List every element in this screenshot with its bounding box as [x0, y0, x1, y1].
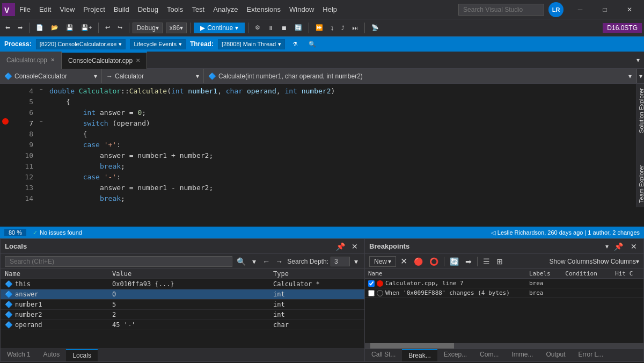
locals-close-button[interactable]: ✕	[349, 242, 360, 251]
zoom-level[interactable]: 80 %	[4, 229, 26, 236]
tab-close-calculator[interactable]: ✕	[50, 57, 55, 63]
immediate-tab[interactable]: Imme...	[505, 349, 539, 361]
bp-new-button[interactable]: New ▾	[369, 256, 396, 267]
bp-go-button[interactable]: ➡	[463, 257, 474, 266]
method-dropdown[interactable]: 🔷 Calculate(int number1, char operand, i…	[204, 69, 636, 83]
save-button[interactable]: 💾	[63, 23, 77, 32]
errorlist-tab[interactable]: Error L...	[572, 349, 610, 361]
table-row[interactable]: 🔷operand 45 '-' char	[1, 320, 364, 330]
filter2-button[interactable]: 🔍	[305, 40, 319, 49]
collapse-7[interactable]: −	[38, 116, 45, 127]
search-prev-button[interactable]: ←	[260, 257, 272, 266]
minimize-button[interactable]: ─	[568, 0, 592, 19]
menu-extensions[interactable]: Extensions	[242, 3, 285, 16]
redo-button[interactable]: ↪	[114, 23, 126, 32]
back-button[interactable]: ⬅	[2, 23, 13, 32]
table-row[interactable]: 🔷answer 0 int	[1, 289, 364, 300]
bp-show-columns[interactable]: Show ColumnsShow Columns▾	[550, 258, 639, 265]
bp-checkbox-2[interactable]	[368, 290, 375, 296]
locals-search-dropdown[interactable]: ▾	[250, 257, 258, 266]
menu-project[interactable]: Project	[79, 3, 109, 16]
tab-close-consolecalculator[interactable]: ✕	[136, 57, 140, 63]
table-row[interactable]: 🔷this 0x010ffa93 {...} Calculator *	[1, 279, 364, 289]
bp-checkbox-1[interactable]	[368, 280, 375, 287]
open-file-button[interactable]: 📂	[48, 23, 62, 32]
menu-analyze[interactable]: Analyze	[209, 3, 242, 16]
menu-view[interactable]: View	[55, 3, 79, 16]
bp-toggle1-button[interactable]: 🔴	[412, 257, 425, 266]
menu-window[interactable]: Window	[285, 3, 318, 16]
collapse-4[interactable]: −	[38, 84, 45, 95]
search-next-button[interactable]: →	[273, 257, 285, 266]
debug-config-dropdown[interactable]: Debug ▾	[133, 23, 162, 33]
close-button[interactable]: ✕	[617, 0, 642, 19]
menu-test[interactable]: Test	[187, 3, 209, 16]
lifecycle-dropdown[interactable]: Lifecycle Events▾	[130, 39, 185, 49]
status-bar: 80 % ✓ No issues found ◁ Leslie Richards…	[0, 227, 644, 238]
autos-tab[interactable]: Autos	[37, 349, 67, 361]
bp-close-button[interactable]: ✕	[628, 242, 639, 251]
menu-build[interactable]: Build	[109, 3, 134, 16]
platform-dropdown[interactable]: x86 ▾	[166, 23, 187, 33]
menu-help[interactable]: Help	[318, 3, 341, 16]
menu-debug[interactable]: Debug	[134, 3, 163, 16]
search-icon-btn[interactable]: 🔍	[235, 257, 248, 266]
watch1-tab[interactable]: Watch 1	[1, 349, 37, 361]
bp-refresh-button[interactable]: 🔄	[448, 257, 461, 266]
bp-list-button[interactable]: ☰	[481, 257, 492, 266]
bp-row[interactable]: Calculator.cpp, line 7 brea	[365, 279, 643, 288]
table-row[interactable]: 🔷number2 2 int	[1, 310, 364, 320]
bp-row[interactable]: When '0x009EF888' changes (4 bytes) brea	[365, 288, 643, 298]
menu-file[interactable]: File	[15, 3, 35, 16]
locals-pin-button[interactable]: 📌	[334, 242, 347, 251]
project-dropdown[interactable]: 🔷 ConsoleCalculator ▾	[0, 69, 102, 83]
live-share-button[interactable]: 📡	[368, 23, 382, 32]
team-explorer-label[interactable]: Team Explorer	[637, 161, 644, 207]
maximize-button[interactable]: □	[592, 0, 617, 19]
debug-step4[interactable]: ⏭	[349, 24, 361, 32]
new-file-button[interactable]: 📄	[33, 23, 47, 32]
process-dropdown[interactable]: [8220] ConsoleCalculator.exe▾	[36, 39, 126, 49]
table-row[interactable]: 🔷number1 5 int	[1, 300, 364, 310]
menu-tools[interactable]: Tools	[163, 3, 187, 16]
callstack-tab[interactable]: Call St...	[365, 349, 402, 361]
breakpoints-tab[interactable]: Break...	[402, 349, 437, 361]
menu-edit[interactable]: Edit	[35, 3, 55, 16]
thread-dropdown[interactable]: [28008] Main Thread▾	[218, 39, 285, 49]
debug-step3[interactable]: ⤴	[338, 24, 348, 32]
debug-nav2[interactable]: ⏸	[265, 24, 277, 32]
forward-button[interactable]: ➡	[14, 23, 26, 32]
bp-delete-button[interactable]: ✕	[398, 256, 409, 267]
gutter-7[interactable]	[0, 116, 11, 127]
tab-calculator[interactable]: Calculator.cpp ✕	[0, 52, 62, 69]
search-input[interactable]	[458, 4, 544, 16]
command-tab[interactable]: Com...	[473, 349, 505, 361]
locals-search-input[interactable]	[5, 256, 232, 267]
debug-nav1[interactable]: ⚙	[252, 23, 264, 32]
bp-grid-button[interactable]: ⊞	[494, 257, 505, 266]
exceptions-tab[interactable]: Excep...	[437, 349, 473, 361]
debug-nav4[interactable]: 🔄	[291, 23, 305, 32]
depth-dropdown[interactable]: ▾	[352, 257, 360, 266]
bp-scrollbar[interactable]	[365, 343, 643, 349]
output-tab[interactable]: Output	[539, 349, 572, 361]
locals-tab[interactable]: Locals	[66, 349, 98, 361]
tab-consolecalculator[interactable]: ConsoleCalculator.cpp ✕	[62, 52, 147, 69]
code-content[interactable]: double Calculator::Calculate(int number1…	[45, 84, 636, 207]
user-avatar[interactable]: LR	[548, 2, 564, 17]
tab-scroll-arrow[interactable]: ▾	[632, 56, 644, 64]
class-dropdown[interactable]: → Calculator ▾	[102, 69, 204, 83]
search-depth-input[interactable]	[331, 257, 350, 266]
filter-button[interactable]: ⚗	[289, 40, 301, 49]
solution-explorer-label[interactable]: Solution Explorer	[637, 84, 644, 137]
continue-button[interactable]: ▶ Continue ▾	[194, 23, 245, 33]
nav-scroll[interactable]: ▾	[636, 69, 644, 83]
bp-toggle2-button[interactable]: ⭕	[427, 257, 441, 266]
undo-button[interactable]: ↩	[102, 23, 113, 32]
save-all-button[interactable]: 💾+	[78, 23, 95, 32]
debug-step1[interactable]: ⏩	[312, 23, 326, 32]
bp-pin-button[interactable]: 📌	[612, 242, 625, 251]
debug-step2[interactable]: ⤵	[327, 24, 337, 32]
debug-nav3[interactable]: ⏹	[278, 24, 290, 32]
bp-col-labels: Labels	[526, 269, 562, 279]
